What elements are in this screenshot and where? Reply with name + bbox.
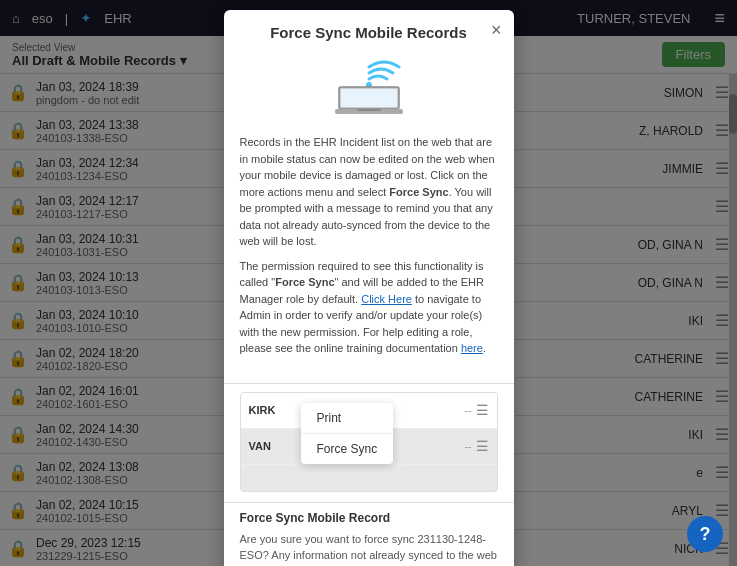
modal-body-text1: Records in the EHR Incident list on the … (240, 134, 498, 250)
svg-rect-2 (341, 89, 397, 107)
context-menu-force-sync[interactable]: Force Sync (301, 434, 394, 464)
modal-title: Force Sync Mobile Records (270, 24, 467, 41)
modal-screenshot-area: KIRK -- ☰ VAN -- ☰ Print Force Sync (240, 392, 498, 492)
modal-divider (224, 383, 514, 384)
context-menu-print[interactable]: Print (301, 403, 394, 434)
screenshot-row1-dots: -- (464, 404, 471, 416)
here-link[interactable]: here (461, 342, 483, 354)
context-menu: Print Force Sync (301, 403, 394, 464)
click-here-link[interactable]: Click Here (361, 293, 412, 305)
modal-body: Records in the EHR Incident list on the … (224, 134, 514, 375)
modal-header: Force Sync Mobile Records × (224, 10, 514, 49)
force-sync-modal: Force Sync Mobile Records × Records in t… (224, 10, 514, 566)
modal-body-text2: The permission required to see this func… (240, 258, 498, 357)
screenshot-row2-menu-icon[interactable]: ☰ (476, 438, 489, 454)
record-section-title: Force Sync Mobile Record (240, 503, 498, 525)
help-button[interactable]: ? (687, 516, 723, 552)
screenshot-row1-menu-icon[interactable]: ☰ (476, 402, 489, 418)
force-sync-record-section: Force Sync Mobile Record Are you sure yo… (224, 502, 514, 567)
screenshot-row2-dots: -- (464, 440, 471, 452)
laptop-wifi-icon (329, 57, 409, 122)
svg-rect-4 (357, 109, 381, 111)
modal-close-button[interactable]: × (491, 20, 502, 41)
modal-icon-area (224, 49, 514, 134)
record-section-text: Are you sure you want to force sync 2311… (240, 531, 498, 567)
